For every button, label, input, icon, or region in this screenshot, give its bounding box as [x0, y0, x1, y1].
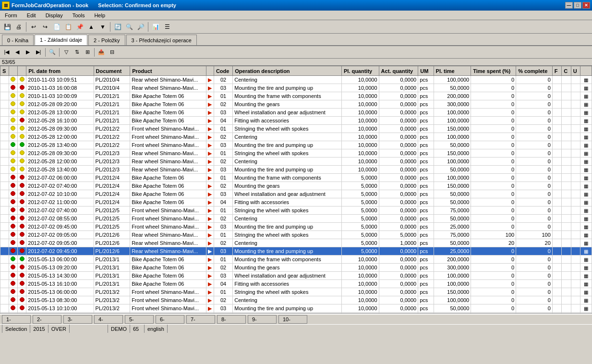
table-row[interactable]: 2012-07-02 11:00:00PL/2012/4Bike Apache …: [0, 198, 592, 206]
col-header-pltime[interactable]: Pl. time: [434, 66, 471, 76]
table-row[interactable]: 2012-05-28 09:20:00PL/2012/1Bike Apache …: [0, 100, 592, 109]
status-seg-2: 2-: [33, 315, 61, 324]
table-row[interactable]: 2012-05-28 13:40:00PL/2012/2Front wheel …: [0, 141, 592, 149]
col-header-plqty[interactable]: Pl. quantity: [341, 66, 379, 76]
table-row[interactable]: 2012-05-28 13:00:00PL/2012/1Bike Apache …: [0, 109, 592, 117]
cell-um: pcs: [418, 141, 434, 149]
nav-search-btn[interactable]: 🔍: [48, 48, 57, 57]
tb-redo-btn[interactable]: ↪: [40, 22, 50, 32]
table-row[interactable]: 2010-11-03 10:00:09PL/2012/1Bike Apache …: [0, 92, 592, 100]
col-header-opdesc[interactable]: Operation description: [233, 66, 342, 76]
nav-last-btn[interactable]: ▶|: [34, 48, 43, 57]
table-row[interactable]: 2015-05-13 06:00:00PL/2013/1Bike Apache …: [0, 255, 592, 264]
table-row[interactable]: 2015-05-13 16:10:00PL/2013/1Bike Apache …: [0, 280, 592, 288]
col-header-actqty[interactable]: Act. quantity: [379, 66, 418, 76]
nav-first-btn[interactable]: |◀: [2, 48, 12, 57]
tb-print-btn[interactable]: 🖨: [13, 22, 24, 32]
menu-display[interactable]: Display: [43, 12, 66, 19]
col-header-s[interactable]: S: [0, 66, 9, 76]
cell-plqty: 10,0000: [341, 272, 379, 280]
data-table-container[interactable]: S Pl. date from Document Product Code Op…: [0, 66, 592, 314]
col-header-date[interactable]: Pl. date from: [26, 66, 94, 76]
tb-copy-btn[interactable]: 📋: [63, 22, 73, 32]
table-row[interactable]: 2010-11-03 16:00:08PL/2010/4Rear wheel S…: [0, 84, 592, 92]
cell-opdesc: Stringing the wheel with spokes: [233, 231, 342, 239]
cell-f: [552, 84, 561, 92]
tb-chart-btn[interactable]: 📊: [150, 22, 161, 32]
table-row[interactable]: 2010-11-03 10:09:51PL/2010/4Rear wheel S…: [0, 76, 592, 84]
col-header-pct[interactable]: % complete: [516, 66, 553, 76]
tb-up-btn[interactable]: ▲: [86, 22, 97, 32]
nav-cols-btn[interactable]: ⊟: [107, 48, 117, 57]
tb-filter-btn[interactable]: 🔎: [135, 22, 146, 32]
table-row[interactable]: 2012-07-02 09:45:00PL/2012/6Rear wheel S…: [0, 247, 592, 255]
tab-zakladni[interactable]: 1 - Základní údaje: [35, 35, 87, 45]
nav-sort-btn[interactable]: ⇅: [72, 48, 82, 57]
table-row[interactable]: 2015-05-13 06:00:00PL/2013/2Front wheel …: [0, 288, 592, 296]
tb-new-btn[interactable]: 📄: [51, 22, 62, 32]
tb-save-btn[interactable]: 💾: [2, 22, 12, 32]
tb-list-btn[interactable]: ☰: [162, 22, 172, 32]
table-row[interactable]: 2012-07-02 09:45:00PL/2012/5Front wheel …: [0, 223, 592, 231]
cell-dot1: [9, 198, 17, 206]
menu-form[interactable]: Form: [2, 12, 20, 19]
col-header-code[interactable]: Code: [214, 66, 232, 76]
table-row[interactable]: 2012-05-28 13:40:00PL/2012/3Rear wheel S…: [0, 166, 592, 174]
table-row[interactable]: 2015-05-13 08:30:00PL/2013/2Front wheel …: [0, 296, 592, 304]
nav-prev-btn[interactable]: ◀: [12, 48, 22, 57]
table-row[interactable]: 2012-05-28 12:00:00PL/2012/2Front wheel …: [0, 133, 592, 141]
minimize-button[interactable]: —: [565, 2, 573, 9]
tb-paste-btn[interactable]: 📌: [74, 22, 85, 32]
nav-group-btn[interactable]: ⊞: [83, 48, 92, 57]
cell-opdesc: Mounting the gears: [233, 182, 342, 190]
col-header-f[interactable]: F: [552, 66, 561, 76]
cell-doc: PL/2012/1: [94, 109, 130, 117]
maximize-button[interactable]: □: [574, 2, 581, 9]
table-row[interactable]: 2012-05-28 09:30:00PL/2012/3Rear wheel S…: [0, 149, 592, 158]
col-header-u[interactable]: U: [571, 66, 580, 76]
nav-next-btn[interactable]: ▶: [23, 48, 33, 57]
col-header-timespent[interactable]: Time spent (%): [471, 66, 516, 76]
table-row[interactable]: 2012-07-02 08:55:00PL/2012/5Front wheel …: [0, 215, 592, 223]
col-header-c[interactable]: C: [562, 66, 571, 76]
tab-kniha[interactable]: 0 - Kniha: [2, 35, 34, 45]
close-button[interactable]: ✕: [582, 2, 590, 9]
table-row[interactable]: 2012-07-02 07:40:00PL/2012/4Bike Apache …: [0, 182, 592, 190]
tb-down-btn[interactable]: ▼: [97, 22, 108, 32]
table-row[interactable]: 2012-07-02 06:00:00PL/2012/4Bike Apache …: [0, 174, 592, 182]
tb-refresh-btn[interactable]: 🔄: [112, 22, 123, 32]
cell-dot1: [9, 272, 17, 280]
cell-dot2: [17, 158, 26, 166]
table-row[interactable]: 2015-05-13 10:10:00PL/2013/2Front wheel …: [0, 304, 592, 313]
table-row[interactable]: 2012-07-02 09:05:00PL/2012/6Rear wheel S…: [0, 231, 592, 239]
table-row[interactable]: 2012-07-02 10:10:00PL/2012/4Bike Apache …: [0, 190, 592, 198]
cell-dot2: [17, 141, 26, 149]
table-row[interactable]: 2012-07-02 07:40:00PL/2012/5Front wheel …: [0, 206, 592, 215]
tab-polozky[interactable]: 2 - Položky: [88, 35, 125, 45]
cell-actqty: 0,0000: [379, 304, 418, 313]
tb-undo-btn[interactable]: ↩: [28, 22, 39, 32]
table-row[interactable]: 2012-07-02 09:05:00PL/2012/6Rear wheel S…: [0, 239, 592, 247]
cell-date: 2015-05-13 08:30:00: [26, 296, 94, 304]
cell-icon: ▦: [580, 141, 592, 149]
cell-um: pcs: [418, 198, 434, 206]
table-row[interactable]: 2015-05-13 09:20:00PL/2013/1Bike Apache …: [0, 264, 592, 272]
col-header-product[interactable]: Product: [130, 66, 206, 76]
nav-export-btn[interactable]: 📤: [97, 48, 106, 57]
table-row[interactable]: 2012-05-28 16:10:00PL/2012/1Bike Apache …: [0, 117, 592, 125]
tab-predchazejici[interactable]: 3 - Předcházející operace: [126, 35, 197, 45]
table-row[interactable]: 2015-05-13 14:30:00PL/2013/1Bike Apache …: [0, 272, 592, 280]
col-header-doc[interactable]: Document: [94, 66, 130, 76]
cell-s: [0, 149, 9, 158]
table-row[interactable]: 2012-05-28 12:00:00PL/2012/3Rear wheel S…: [0, 158, 592, 166]
cell-code: 03: [214, 166, 232, 174]
cell-pct: 0: [516, 215, 553, 223]
cell-pltime: 50,0000: [434, 190, 471, 198]
menu-edit[interactable]: Edit: [24, 12, 39, 19]
menu-tools[interactable]: Tools: [70, 12, 88, 19]
col-header-um[interactable]: UM: [418, 66, 434, 76]
table-row[interactable]: 2012-05-28 09:30:00PL/2012/2Front wheel …: [0, 125, 592, 133]
nav-filter-btn[interactable]: ▽: [61, 48, 71, 57]
tb-search-btn[interactable]: 🔍: [124, 22, 134, 32]
menu-help[interactable]: Help: [91, 12, 108, 19]
